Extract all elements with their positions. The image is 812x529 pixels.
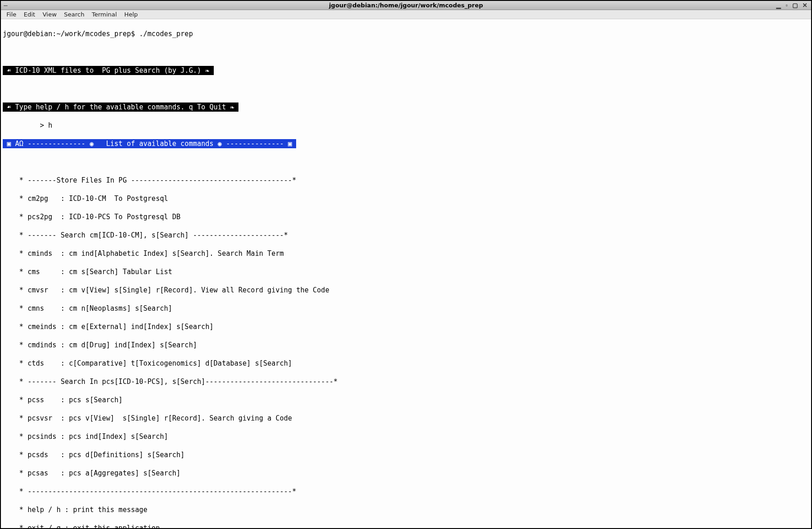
app-title-banner: ☙ ICD-10 XML files to PG plus Search (by… — [3, 66, 809, 75]
blank-line — [3, 84, 809, 93]
help-line: * ------- Search In pcs[ICD-10-PCS], s[S… — [3, 377, 809, 386]
help-line: * --------------------------------------… — [3, 487, 809, 496]
menu-view[interactable]: View — [39, 11, 60, 18]
help-line: * pcsas : pcs a[Aggregates] s[Search] — [3, 469, 809, 478]
help-line: * pcsvsr : pcs v[View] s[Single] r[Recor… — [3, 414, 809, 423]
window-titlebar: – jgour@debian:/home/jgour/work/mcodes_p… — [1, 1, 811, 10]
commands-header-text: ▣ ΑΩ -------------- ◉ List of available … — [3, 139, 296, 148]
menu-bar: File Edit View Search Terminal Help — [1, 10, 811, 19]
help-line: * pcss : pcs s[Search] — [3, 395, 809, 405]
user-input-line: > h — [3, 121, 809, 130]
shell-prompt-line: jgour@debian:~/work/mcodes_prep$ ./mcode… — [3, 29, 809, 38]
window-menu-icon[interactable]: – — [4, 2, 7, 8]
commands-header: ▣ ΑΩ -------------- ◉ List of available … — [3, 139, 809, 148]
help-line: * help / h : print this message — [3, 505, 809, 514]
menu-terminal[interactable]: Terminal — [88, 11, 120, 18]
restore-button[interactable]: ▫ — [785, 2, 789, 9]
help-line: * cmdinds : cm d[Drug] ind[Index] s[Sear… — [3, 340, 809, 350]
menu-edit[interactable]: Edit — [20, 11, 39, 18]
menu-file[interactable]: File — [3, 11, 20, 18]
help-line: * cmeinds : cm e[External] ind[Index] s[… — [3, 322, 809, 331]
help-line: * ctds : c[Comparative] t[Toxicogenomics… — [3, 359, 809, 368]
help-line: * pcs2pg : ICD-10-PCS To Postgresql DB — [3, 212, 809, 221]
help-line: * cmns : cm n[Neoplasms] s[Search] — [3, 304, 809, 313]
help-line: * pcsds : pcs d[Definitions] s[Search] — [3, 450, 809, 459]
help-line: * cminds : cm ind[Alphabetic Index] s[Se… — [3, 249, 809, 258]
terminal-area[interactable]: jgour@debian:~/work/mcodes_prep$ ./mcode… — [1, 19, 811, 528]
help-line: * pcsinds : pcs ind[Index] s[Search] — [3, 432, 809, 441]
help-line: * exit / q : exit this application — [3, 524, 809, 528]
menu-search[interactable]: Search — [60, 11, 88, 18]
blank-line — [3, 48, 809, 57]
window-title: jgour@debian:/home/jgour/work/mcodes_pre… — [329, 2, 483, 9]
close-button[interactable]: ✕ — [801, 2, 808, 9]
minimize-button[interactable]: ▁ — [775, 2, 782, 9]
help-line: * cms : cm s[Search] Tabular List — [3, 267, 809, 276]
banner-text-2: ☙ Type help / h for the available comman… — [3, 103, 238, 112]
help-line: * ------- Search cm[ICD-10-CM], s[Search… — [3, 231, 809, 240]
help-line: * -------Store Files In PG -------------… — [3, 176, 809, 185]
blank-line — [3, 157, 809, 167]
help-hint-banner: ☙ Type help / h for the available comman… — [3, 103, 809, 112]
help-line: * cm2pg : ICD-10-CM To Postgresql — [3, 194, 809, 203]
help-line: * cmvsr : cm v[View] s[Single] r[Record]… — [3, 286, 809, 295]
banner-text-1: ☙ ICD-10 XML files to PG plus Search (by… — [3, 66, 214, 75]
maximize-button[interactable]: ▢ — [791, 2, 799, 9]
menu-help[interactable]: Help — [120, 11, 141, 18]
